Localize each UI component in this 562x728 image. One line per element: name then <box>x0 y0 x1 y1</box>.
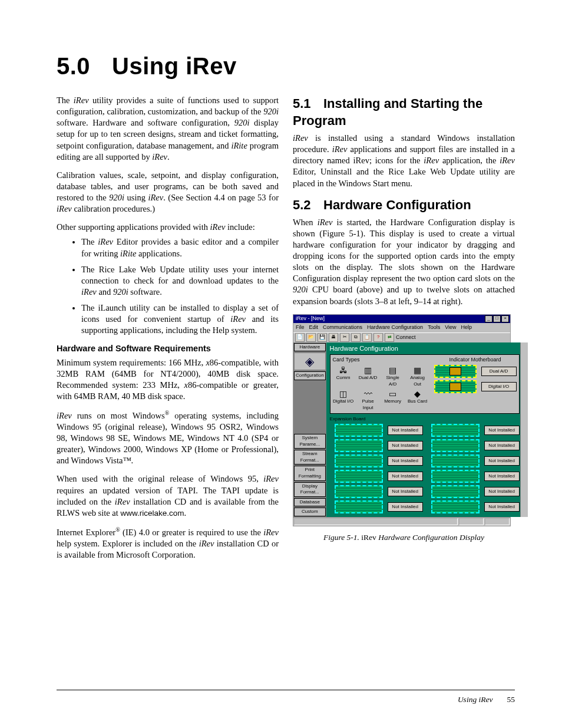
minimize-icon[interactable]: _ <box>485 315 492 322</box>
dual-ad-icon: ▥ <box>358 365 379 375</box>
print-icon[interactable]: 🖶 <box>329 333 338 342</box>
footer-title: Using iRev <box>458 695 493 704</box>
connect-label[interactable]: Connect <box>396 334 416 341</box>
menu-item[interactable]: View <box>445 324 456 331</box>
menu-item[interactable]: Help <box>461 324 472 331</box>
chapter-number: 5.0 <box>57 53 112 80</box>
menu-item[interactable]: Edit <box>309 324 319 331</box>
menu-item[interactable]: Tools <box>428 324 440 331</box>
cut-icon[interactable]: ✂ <box>340 333 349 342</box>
card-type[interactable]: ◆Bus Card <box>407 389 428 411</box>
main-panel: Hardware Configuration Card Types 🖧Comm … <box>326 342 528 517</box>
expansion-slot[interactable]: Not Installed <box>431 485 520 498</box>
single-ad-icon: ▤ <box>382 365 404 375</box>
sidebar-tab[interactable]: Custom <box>294 508 326 516</box>
section-5-1-para: iRev is installed using a standard Windo… <box>293 133 515 189</box>
window-titlebar: iRev - [New] _ □ × <box>293 315 510 323</box>
intro-para-2: Calibration values, scale, setpoint, and… <box>57 170 279 215</box>
card-type[interactable]: 〰Pulse Input <box>358 389 379 411</box>
intro-para-1: The iRev utility provides a suite of fun… <box>57 95 279 163</box>
motherboard-title: Indicator Motherboard <box>434 357 517 364</box>
digital-io-icon: ◫ <box>333 389 354 398</box>
save-icon[interactable]: 💾 <box>318 333 327 342</box>
motherboard-slot[interactable]: Digital I/O <box>434 380 517 393</box>
expansion-slot[interactable]: Not Installed <box>335 454 423 467</box>
chip-icon <box>449 367 461 375</box>
hw-para-2: iRev runs on most Windows® operating sys… <box>57 409 279 466</box>
expansion-slot[interactable]: Not Installed <box>335 470 423 483</box>
bus-card-icon: ◆ <box>407 389 428 398</box>
slot-button[interactable]: Digital I/O <box>481 382 517 391</box>
hardware-icon[interactable]: ◈ <box>294 353 326 370</box>
chapter-name: Using iRev <box>112 53 237 79</box>
new-icon[interactable]: 📄 <box>295 333 305 342</box>
figure-5-1: iRev - [New] _ □ × File Edit Communicati… <box>293 314 515 543</box>
card-type[interactable]: ▦Analog Out <box>407 365 428 387</box>
card-type[interactable]: ▥Dual A/D <box>358 365 379 387</box>
hw-para-3: When used with the original release of W… <box>57 473 279 519</box>
sidebar-tab[interactable]: Stream Format... <box>294 450 326 465</box>
expansion-slot[interactable]: Not Installed <box>335 485 423 498</box>
panel-title: Hardware Configuration <box>326 342 528 355</box>
list-item: The Rice Lake Web Update utility uses yo… <box>81 264 279 298</box>
section-5-1-heading: 5.1Installing and Starting the Program <box>293 95 515 129</box>
chapter-title: 5.0Using iRev <box>57 53 515 80</box>
expansion-slot[interactable]: Not Installed <box>335 439 423 452</box>
hw-para-1: Minimum system requirements: 166 MHz, x8… <box>57 357 279 403</box>
menu-item[interactable]: Hardware Configuration <box>367 324 423 331</box>
menubar: File Edit Communications Hardware Config… <box>293 323 510 332</box>
connect-icon[interactable]: ⇄ <box>385 333 394 342</box>
sidebar: Hardware ◈ Configuration System Parame..… <box>293 342 326 517</box>
left-column: The iRev utility provides a suite of fun… <box>57 95 279 568</box>
cardtypes-title: Card Types <box>333 357 428 364</box>
copy-icon[interactable]: ⧉ <box>351 333 361 342</box>
feature-list: The iRev Editor provides a basic editor … <box>57 236 279 336</box>
hw-requirements-heading: Hardware and Software Requirements <box>57 343 279 354</box>
expansion-slot[interactable]: Not Installed <box>335 500 423 513</box>
sidebar-tab-hardware[interactable]: Hardware <box>294 343 326 352</box>
cardtypes-panel: Card Types 🖧Comm ▥Dual A/D ▤Single A/D ▦… <box>330 354 520 414</box>
expansion-slot[interactable]: Not Installed <box>431 500 520 513</box>
status-bar <box>293 517 510 526</box>
maximize-icon[interactable]: □ <box>493 315 501 322</box>
help-icon[interactable]: ? <box>373 333 383 342</box>
chip-icon <box>449 383 461 391</box>
slot-button[interactable]: Dual A/D <box>481 367 517 376</box>
open-icon[interactable]: 📂 <box>306 333 316 342</box>
menu-item[interactable]: Communications <box>323 324 362 331</box>
motherboard-slot[interactable]: Dual A/D <box>434 365 517 378</box>
expansion-title: Expansion Board <box>330 416 528 423</box>
scrollbar[interactable] <box>520 342 528 517</box>
expansion-slot[interactable]: Not Installed <box>431 470 520 483</box>
sidebar-tab[interactable]: Print Formatting <box>294 466 326 480</box>
intro-para-3: Other supporting applications provided w… <box>57 222 279 233</box>
hw-para-4: Internet Explorer® (IE) 4.0 or greater i… <box>57 526 279 561</box>
expansion-slot[interactable]: Not Installed <box>431 424 520 437</box>
expansion-slot[interactable]: Not Installed <box>431 439 520 452</box>
figure-caption: Figure 5-1. iRev Hardware Configuration … <box>293 532 515 543</box>
close-icon[interactable]: × <box>501 315 509 322</box>
card-type[interactable]: 🖧Comm <box>333 365 354 387</box>
card-type[interactable]: ◫Digital I/O <box>333 389 354 411</box>
card-type[interactable]: ▤Single A/D <box>382 365 404 387</box>
comm-icon: 🖧 <box>333 365 354 375</box>
pulse-input-icon: 〰 <box>358 389 379 398</box>
paste-icon[interactable]: 📋 <box>362 333 372 342</box>
expansion-slot[interactable]: Not Installed <box>431 454 520 467</box>
page-footer: Using iRev55 <box>458 695 515 704</box>
screenshot-window: iRev - [New] _ □ × File Edit Communicati… <box>293 314 511 526</box>
expansion-grid: Not Installed Not Installed Not Installe… <box>326 424 528 515</box>
footer-rule <box>57 690 515 690</box>
sidebar-tab-configuration[interactable]: Configuration <box>294 371 326 380</box>
sidebar-tab[interactable]: Display Format... <box>294 482 326 497</box>
window-title: iRev - [New] <box>296 315 325 322</box>
page-number: 55 <box>507 695 515 704</box>
memory-icon: ▭ <box>382 389 404 398</box>
sidebar-tab[interactable]: Database <box>294 498 326 507</box>
right-column: 5.1Installing and Starting the Program i… <box>293 95 515 568</box>
section-5-2-heading: 5.2Hardware Configuration <box>293 196 515 213</box>
card-type[interactable]: ▭Memory <box>382 389 404 411</box>
menu-item[interactable]: File <box>296 324 305 331</box>
sidebar-tab[interactable]: System Parame... <box>294 434 326 449</box>
expansion-slot[interactable]: Not Installed <box>335 424 423 437</box>
